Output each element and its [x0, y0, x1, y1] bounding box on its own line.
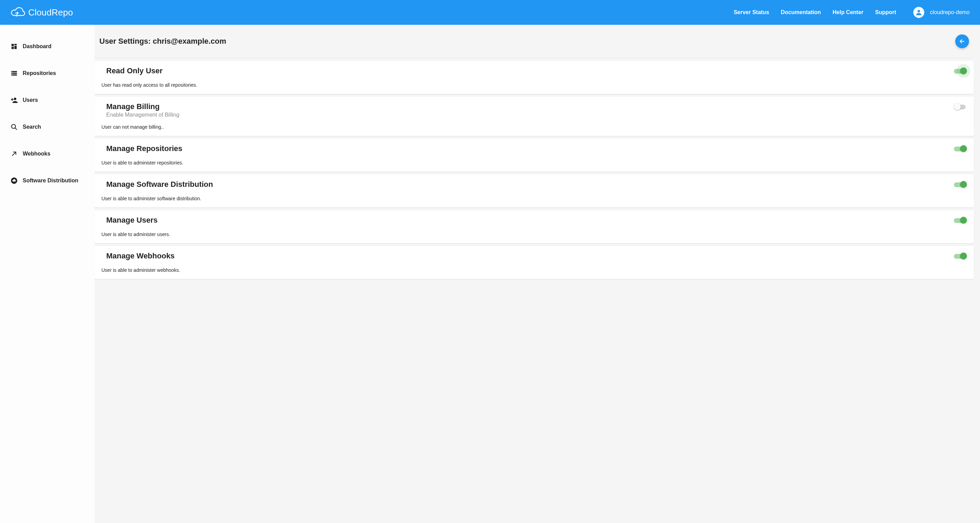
sidebar-item-label: Software Distribution: [23, 177, 78, 184]
toggle-switch[interactable]: [954, 252, 967, 260]
app-header: CloudRepo Server Status Documentation He…: [0, 0, 980, 25]
sidebar-item-label: Users: [23, 97, 38, 103]
settings-card-description: User is able to administer software dist…: [102, 196, 967, 201]
settings-card-title: Manage Billing: [106, 102, 954, 111]
search-icon: [10, 123, 18, 131]
settings-card: Manage Software DistributionUser is able…: [95, 174, 974, 207]
sidebar-item-software-distribution[interactable]: Software Distribution: [0, 173, 95, 188]
svg-point-13: [14, 98, 16, 100]
settings-card-description: User is able to administer repositories.: [102, 160, 967, 166]
nav-support[interactable]: Support: [875, 9, 896, 16]
settings-card-title: Read Only User: [106, 66, 954, 75]
arrow-outward-icon: [10, 150, 18, 158]
header-nav: Server Status Documentation Help Center …: [734, 9, 896, 16]
svg-point-2: [918, 10, 920, 13]
nav-documentation[interactable]: Documentation: [781, 9, 821, 16]
sidebar-item-label: Webhooks: [23, 151, 51, 157]
svg-point-12: [12, 75, 13, 75]
cloud-icon: [10, 7, 25, 18]
sidebar-item-dashboard[interactable]: Dashboard: [0, 38, 95, 54]
svg-rect-5: [14, 46, 17, 49]
svg-rect-6: [12, 47, 14, 49]
toggle-switch[interactable]: [954, 217, 967, 224]
brand-logo[interactable]: CloudRepo: [10, 7, 73, 18]
sidebar-item-label: Dashboard: [23, 43, 52, 49]
settings-card-description: User can not manage billing..: [102, 124, 967, 130]
settings-card-subtitle: Enable Management of Billing: [106, 112, 954, 118]
settings-card-description: User is able to administer webhooks.: [102, 267, 967, 273]
cloud-circle-icon: [10, 177, 18, 185]
toggle-switch[interactable]: [954, 145, 967, 152]
user-menu[interactable]: cloudrepo-demo: [913, 7, 970, 18]
settings-card-title: Manage Software Distribution: [106, 180, 954, 189]
username-label: cloudrepo-demo: [930, 9, 970, 16]
arrow-left-icon: [959, 38, 966, 45]
settings-card-title: Manage Repositories: [106, 144, 954, 153]
svg-point-1: [16, 16, 17, 17]
toggle-switch[interactable]: [954, 103, 967, 110]
sidebar-item-label: Search: [23, 124, 41, 130]
sidebar: Dashboard Repositories Users Search Webh…: [0, 25, 95, 523]
svg-point-10: [12, 71, 13, 72]
nav-server-status[interactable]: Server Status: [734, 9, 769, 16]
settings-card: Manage UsersUser is able to administer u…: [95, 210, 974, 243]
settings-card: Manage RepositoriesUser is able to admin…: [95, 139, 974, 172]
settings-card-description: User is able to administer users.: [102, 231, 967, 237]
page-title: User Settings: chris@example.com: [99, 37, 226, 46]
sidebar-item-repositories[interactable]: Repositories: [0, 65, 95, 81]
settings-card: Read Only UserUser has read only access …: [95, 61, 974, 94]
settings-card-title: Manage Users: [106, 216, 954, 225]
nav-help-center[interactable]: Help Center: [832, 9, 864, 16]
sidebar-item-webhooks[interactable]: Webhooks: [0, 146, 95, 162]
sidebar-item-search[interactable]: Search: [0, 119, 95, 135]
settings-card-title: Manage Webhooks: [106, 252, 954, 260]
sidebar-item-label: Repositories: [23, 70, 56, 77]
toggle-switch[interactable]: [954, 181, 967, 188]
svg-point-11: [12, 73, 13, 73]
settings-card: Manage WebhooksUser is able to administe…: [95, 246, 974, 279]
svg-point-0: [15, 15, 16, 16]
back-button[interactable]: [955, 34, 969, 48]
settings-card: Manage BillingEnable Management of Billi…: [95, 97, 974, 136]
svg-rect-3: [12, 44, 14, 46]
avatar-icon: [913, 7, 924, 18]
brand-name: CloudRepo: [28, 7, 73, 18]
toggle-switch[interactable]: [954, 67, 967, 75]
main-content: User Settings: chris@example.com Read On…: [95, 25, 980, 523]
dashboard-icon: [10, 43, 18, 50]
sidebar-item-users[interactable]: Users: [0, 92, 95, 108]
svg-rect-4: [14, 44, 17, 45]
page-header: User Settings: chris@example.com: [95, 25, 974, 58]
add-user-icon: [10, 96, 18, 104]
storage-icon: [10, 70, 18, 77]
settings-card-description: User has read only access to all reposit…: [102, 82, 967, 88]
